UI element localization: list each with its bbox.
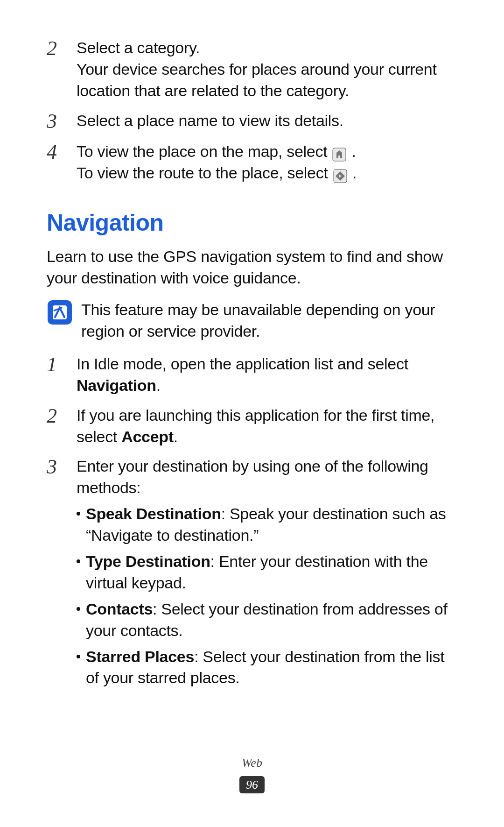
step-number: 2 <box>47 405 67 448</box>
step-number: 3 <box>47 110 67 133</box>
navigation-steps: 1 In Idle mode, open the application lis… <box>47 353 457 693</box>
step-3: 3 Select a place name to view its detail… <box>47 110 457 133</box>
note-text: This feature may be unavailable dependin… <box>81 299 457 342</box>
step-text: Select a category. <box>77 37 457 59</box>
bullet-icon <box>77 559 80 563</box>
bullet-icon <box>77 512 80 516</box>
list-item: Speak Destination: Speak your destinatio… <box>77 503 457 546</box>
step-number: 4 <box>47 141 67 184</box>
note-icon <box>47 299 73 325</box>
step-text: Enter your destination by using one of t… <box>77 456 457 499</box>
list-item: Starred Places: Select your destination … <box>77 646 457 689</box>
step-line-b-pre: To view the route to the place, select <box>77 164 332 182</box>
bullet-bold: Speak Destination <box>86 505 221 523</box>
step-line-a: To view the place on the map, select . <box>77 141 457 163</box>
step-content: Select a place name to view its details. <box>77 110 457 133</box>
step-post: . <box>156 376 161 394</box>
list-item: Contacts: Select your destination from a… <box>77 599 457 642</box>
step-line-a-post: . <box>352 142 356 160</box>
step-4: 4 To view the place on the map, select .… <box>47 141 457 184</box>
section-intro: Learn to use the GPS navigation system t… <box>47 246 457 289</box>
step-number: 3 <box>47 456 67 693</box>
step-line-b-post: . <box>352 164 357 182</box>
nav-step-1: 1 In Idle mode, open the application lis… <box>47 353 457 396</box>
nav-step-3: 3 Enter your destination by using one of… <box>47 456 457 693</box>
bullet-text: Starred Places: Select your destination … <box>86 646 457 689</box>
step-content: Select a category. Your device searches … <box>77 37 457 102</box>
bullet-text: Contacts: Select your destination from a… <box>86 599 457 642</box>
bullet-icon <box>77 655 80 658</box>
note-box: This feature may be unavailable dependin… <box>47 299 457 342</box>
footer-page-number: 96 <box>239 776 265 793</box>
step-content: To view the place on the map, select . T… <box>77 141 457 184</box>
footer-category: Web <box>0 755 504 771</box>
list-item: Type Destination: Enter your destination… <box>77 551 457 594</box>
step-content: In Idle mode, open the application list … <box>77 353 457 396</box>
bullet-bold: Type Destination <box>86 552 210 570</box>
step-number: 2 <box>47 37 67 102</box>
nav-step-2: 2 If you are launching this application … <box>47 405 457 448</box>
step-2: 2 Select a category. Your device searche… <box>47 37 457 102</box>
step-bold: Accept <box>121 428 174 445</box>
bullet-bold: Starred Places <box>86 648 194 665</box>
bullet-text: Speak Destination: Speak your destinatio… <box>86 503 457 546</box>
step-line-b: To view the route to the place, select . <box>77 163 457 184</box>
step-bold: Navigation <box>77 376 156 394</box>
destination-methods: Speak Destination: Speak your destinatio… <box>77 503 457 689</box>
step-content: If you are launching this application fo… <box>77 405 457 448</box>
bullet-bold: Contacts <box>86 600 153 618</box>
top-steps: 2 Select a category. Your device searche… <box>47 37 457 184</box>
bullet-text: Type Destination: Enter your destination… <box>86 551 457 594</box>
page-footer: Web 96 <box>0 755 504 794</box>
directions-icon <box>333 167 347 181</box>
step-text: Select a place name to view its details. <box>77 110 457 132</box>
section-heading-navigation: Navigation <box>47 207 457 239</box>
step-number: 1 <box>47 353 67 396</box>
map-icon <box>332 146 346 160</box>
step-subtext: Your device searches for places around y… <box>77 59 457 102</box>
step-pre: In Idle mode, open the application list … <box>77 355 408 373</box>
step-content: Enter your destination by using one of t… <box>77 456 457 693</box>
step-line-a-pre: To view the place on the map, select <box>77 142 331 160</box>
step-post: . <box>174 428 178 445</box>
bullet-icon <box>77 607 80 611</box>
